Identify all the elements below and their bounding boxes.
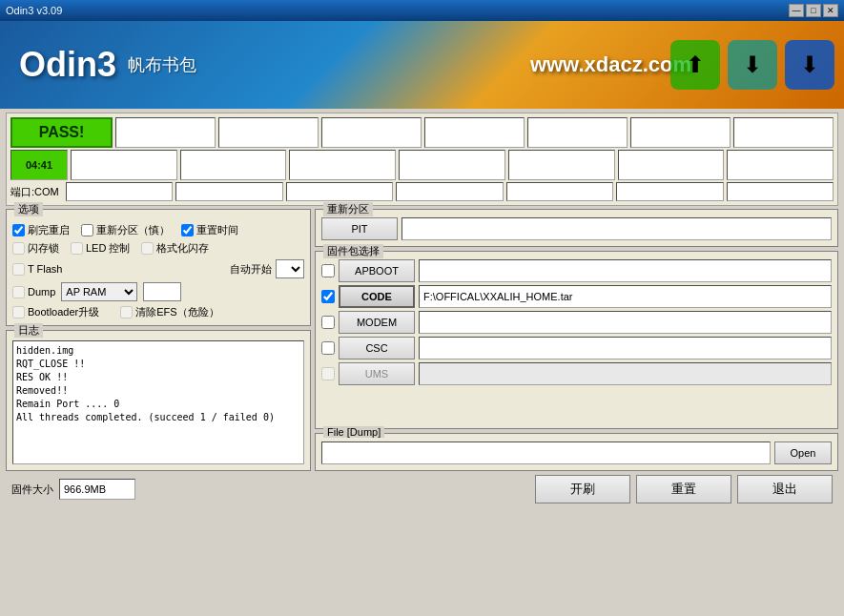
autostart-dropdown[interactable] bbox=[276, 259, 304, 278]
autostart-label: 自动开始 bbox=[230, 262, 272, 277]
status-cell-t5 bbox=[399, 150, 505, 180]
close-button[interactable]: ✕ bbox=[823, 4, 838, 17]
ums-button[interactable]: UMS bbox=[339, 362, 415, 385]
status-cell-4 bbox=[321, 117, 422, 148]
log-line: Remain Port .... 0 bbox=[16, 398, 300, 411]
modem-button[interactable]: MODEM bbox=[339, 311, 415, 334]
open-button[interactable]: Open bbox=[774, 441, 832, 464]
start-button[interactable]: 开刷 bbox=[535, 475, 630, 503]
checkbox-format-input[interactable] bbox=[141, 242, 154, 255]
right-panel: 重新分区 PIT 固件包选择 APBOOT CODE bbox=[315, 209, 838, 471]
log-section: 日志 hidden.img RQT_CLOSE !! RES OK !! Rem… bbox=[6, 330, 311, 471]
checkbox-reboot-input[interactable] bbox=[12, 224, 25, 236]
checkbox-clearefs-input[interactable] bbox=[120, 306, 133, 318]
checkbox-led[interactable]: LED 控制 bbox=[71, 241, 130, 256]
status-cell-t6 bbox=[508, 150, 615, 180]
status-row-2: 04:41 bbox=[10, 150, 834, 180]
dump-section: File [Dump] Open bbox=[315, 433, 838, 471]
log-content[interactable]: hidden.img RQT_CLOSE !! RES OK !! Remove… bbox=[12, 340, 304, 464]
checkbox-bootloader[interactable]: Bootloader升级 bbox=[12, 305, 99, 319]
checkbox-clearefs[interactable]: 清除EFS（危险） bbox=[120, 305, 218, 319]
checkbox-bootloader-input[interactable] bbox=[12, 306, 25, 318]
checkbox-flashlock[interactable]: 闪存锁 bbox=[12, 241, 59, 256]
minimize-button[interactable]: — bbox=[789, 4, 804, 17]
logo-text: Odin3 bbox=[19, 45, 116, 85]
code-button[interactable]: CODE bbox=[339, 285, 415, 308]
port-cell-2 bbox=[175, 182, 282, 201]
log-line: Removed!! bbox=[16, 384, 300, 398]
main-content: PASS! 04:41 端口:COM bbox=[0, 109, 844, 511]
modem-checkbox[interactable] bbox=[321, 316, 335, 329]
checkbox-reboot-label: 刷完重启 bbox=[28, 223, 70, 237]
status-cell-t4 bbox=[289, 150, 396, 180]
upload-icon: ⬆ bbox=[670, 40, 720, 90]
exit-button[interactable]: 退出 bbox=[737, 475, 833, 503]
log-line: RES OK !! bbox=[16, 371, 300, 384]
modem-file-input[interactable] bbox=[419, 311, 832, 334]
checkbox-tflash-input[interactable] bbox=[12, 263, 25, 276]
checkbox-tflash[interactable]: T Flash bbox=[12, 263, 62, 276]
autostart-row: 自动开始 bbox=[73, 259, 304, 278]
pit-button[interactable]: PIT bbox=[321, 217, 398, 240]
bottom-bar: 固件大小 966.9MB 开刷 重置 退出 bbox=[6, 471, 838, 507]
checkbox-dump-input[interactable] bbox=[12, 286, 25, 298]
checkbox-resettime-input[interactable] bbox=[181, 224, 194, 236]
reset-button[interactable]: 重置 bbox=[636, 475, 731, 503]
csc-file-input[interactable] bbox=[419, 337, 832, 359]
status-cell-6 bbox=[527, 117, 628, 148]
checkbox-repartition[interactable]: 重新分区（慎） bbox=[81, 223, 170, 237]
left-panel: 选项 刷完重启 重新分区（慎） 重置时间 bbox=[6, 209, 311, 471]
status-area: PASS! 04:41 端口:COM bbox=[6, 113, 838, 206]
status-cell-3 bbox=[218, 117, 319, 148]
pass-indicator: PASS! bbox=[10, 117, 113, 148]
port-row: 端口:COM bbox=[10, 182, 834, 201]
maximize-button[interactable]: □ bbox=[806, 4, 821, 17]
options-section: 选项 刷完重启 重新分区（慎） 重置时间 bbox=[6, 209, 311, 326]
pit-row: PIT bbox=[321, 217, 832, 240]
dump-title: File [Dump] bbox=[323, 426, 384, 438]
apboot-checkbox[interactable] bbox=[321, 264, 335, 277]
dump-input[interactable] bbox=[143, 282, 181, 301]
dump-row2: Open bbox=[321, 441, 832, 464]
code-file-input[interactable]: F:\OFFICAL\XXALIH_HOME.tar bbox=[419, 285, 832, 308]
status-cell-7 bbox=[630, 117, 731, 148]
csc-button[interactable]: CSC bbox=[339, 337, 415, 359]
ums-file-input bbox=[419, 362, 832, 385]
pit-input[interactable] bbox=[401, 217, 832, 240]
checkbox-dump-label: Dump bbox=[28, 286, 55, 298]
status-cell-8 bbox=[733, 117, 834, 148]
size-value: 966.9MB bbox=[59, 479, 135, 500]
checkbox-resettime-label: 重置时间 bbox=[196, 223, 238, 237]
repartition-section: 重新分区 PIT bbox=[315, 209, 838, 247]
checkbox-reboot[interactable]: 刷完重启 bbox=[12, 223, 70, 237]
ums-checkbox[interactable] bbox=[321, 367, 335, 380]
port-cell-6 bbox=[616, 182, 723, 201]
banner: Odin3 帆布书包 www.xdacz.com ⬆ ⬇ ⬇ bbox=[0, 21, 844, 109]
options-title: 选项 bbox=[14, 202, 43, 216]
firmware-row-csc: CSC bbox=[321, 337, 832, 359]
checkbox-repartition-input[interactable] bbox=[81, 224, 93, 236]
checkbox-led-input[interactable] bbox=[71, 242, 83, 255]
log-line: RQT_CLOSE !! bbox=[16, 358, 300, 371]
firmware-row-ums: UMS bbox=[321, 362, 832, 385]
apboot-file-input[interactable] bbox=[419, 259, 832, 282]
checkbox-dump[interactable]: Dump bbox=[12, 286, 55, 298]
dump-file-input[interactable] bbox=[321, 441, 771, 464]
checkbox-format[interactable]: 格式化闪存 bbox=[141, 241, 209, 256]
checkbox-repartition-label: 重新分区（慎） bbox=[96, 223, 170, 237]
port-cell-5 bbox=[506, 182, 613, 201]
checkbox-resettime[interactable]: 重置时间 bbox=[181, 223, 238, 237]
status-cell-t8 bbox=[727, 150, 834, 180]
checkbox-flashlock-input[interactable] bbox=[12, 242, 25, 255]
checkbox-led-label: LED 控制 bbox=[86, 241, 130, 256]
apram-dropdown[interactable]: AP RAM bbox=[61, 282, 137, 301]
port-label: 端口:COM bbox=[10, 185, 59, 199]
code-checkbox[interactable] bbox=[321, 290, 335, 303]
apboot-button[interactable]: APBOOT bbox=[339, 259, 415, 282]
checkbox-bootloader-label: Bootloader升级 bbox=[28, 305, 99, 319]
window-controls: — □ ✕ bbox=[789, 4, 838, 17]
status-cell-2 bbox=[115, 117, 216, 148]
csc-checkbox[interactable] bbox=[321, 341, 335, 355]
time-indicator: 04:41 bbox=[10, 150, 68, 180]
options-grid: 刷完重启 重新分区（慎） 重置时间 bbox=[12, 223, 304, 319]
